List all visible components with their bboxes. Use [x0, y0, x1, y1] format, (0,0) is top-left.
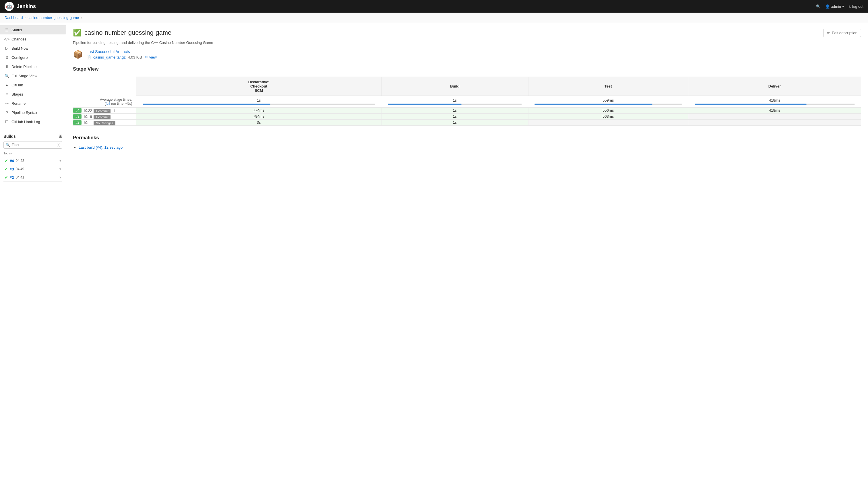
- build-3-build-cell[interactable]: 1s: [381, 113, 528, 119]
- build-2-badge[interactable]: #2: [73, 120, 82, 125]
- filter-search-icon: 🔍: [6, 143, 10, 147]
- col-header-checkout: Declarative:CheckoutSCM: [136, 77, 381, 96]
- build-2-status-icon: ✔: [5, 175, 8, 180]
- sidebar-label-stages: Stages: [11, 92, 23, 96]
- build-2-checkout-cell[interactable]: 3s: [136, 119, 381, 125]
- search-icon[interactable]: 🔍: [816, 4, 821, 9]
- artifact-view-link[interactable]: 👁 view: [144, 55, 157, 59]
- sidebar-label-build-now: Build Now: [11, 46, 28, 51]
- build-2-time: 04:41: [16, 175, 24, 179]
- build-3-chevron[interactable]: ▾: [59, 167, 61, 171]
- build-now-icon: ▷: [5, 46, 9, 51]
- top-nav: 🤖 Jenkins 🔍 👤 admin ▾ ⎋ log out: [0, 0, 868, 12]
- build-item-4[interactable]: ✔ #4 04:52 ▾: [3, 157, 62, 165]
- build-2-label-cell: #2 10:11 No Changes: [73, 119, 136, 125]
- build-row-4: #4 10:22 1 commit ℹ 774ms 1s 556ms 418ms: [73, 107, 861, 113]
- sidebar-item-status[interactable]: ☰ Status: [0, 25, 66, 34]
- build-3-deliver-cell: [688, 113, 861, 119]
- nav-actions: 🔍 👤 admin ▾ ⎋ log out: [816, 4, 863, 9]
- avg-deliver: 418ms: [688, 96, 861, 108]
- edit-description-button[interactable]: ✏ Edit description: [823, 29, 861, 37]
- stage-view-title: Stage View: [73, 66, 861, 72]
- breadcrumb-project[interactable]: casino-number-guessing-game: [28, 16, 79, 20]
- build-4-build-cell[interactable]: 1s: [381, 107, 528, 113]
- sidebar-item-github[interactable]: ● GitHub: [0, 80, 66, 90]
- build-4-chevron[interactable]: ▾: [59, 159, 61, 163]
- build-2-stage-time: 10:11: [83, 121, 92, 125]
- build-4-left: ✔ #4 04:52: [5, 158, 24, 163]
- builds-section: Builds ··· ⊞ 🔍 / Today ✔ #4 04:52 ▾: [0, 130, 66, 182]
- sidebar-label-pipeline-syntax: Pipeline Syntax: [11, 111, 37, 115]
- sidebar-label-github-hook: GitHub Hook Log: [11, 120, 40, 124]
- build-2-chevron[interactable]: ▾: [59, 175, 61, 179]
- sidebar-item-stages[interactable]: ≡ Stages: [0, 90, 66, 99]
- build-2-build-cell[interactable]: 1s: [381, 119, 528, 125]
- filter-input[interactable]: [3, 141, 62, 149]
- build-3-badge[interactable]: #3: [73, 114, 82, 119]
- build-3-test-cell[interactable]: 563ms: [528, 113, 688, 119]
- permalink-last-build[interactable]: Last build (#4), 12 sec ago: [79, 145, 122, 149]
- build-4-status-icon: ✔: [5, 158, 8, 163]
- sidebar-label-github: GitHub: [11, 83, 23, 87]
- sidebar-item-full-stage-view[interactable]: 🔍 Full Stage View: [0, 71, 66, 80]
- build-3-time: 04:49: [16, 167, 24, 171]
- build-3-stage-time: 10:19: [83, 115, 92, 119]
- build-3-label-cell: #3 10:19 1 commit: [73, 113, 136, 119]
- build-4-info-icon[interactable]: ℹ: [114, 108, 115, 113]
- edit-icon: ✏: [827, 31, 830, 35]
- page-description: Pipeline for building, testing, and deli…: [73, 40, 861, 45]
- breadcrumb-dashboard[interactable]: Dashboard: [5, 16, 23, 20]
- sidebar-item-build-now[interactable]: ▷ Build Now: [0, 44, 66, 53]
- avg-checkout-time: 1s: [140, 98, 377, 103]
- nav-title: Jenkins: [17, 3, 36, 9]
- build-4-label-inner: #4 10:22 1 commit ℹ: [73, 108, 136, 113]
- build-3-label-inner: #3 10:19 1 commit: [73, 114, 136, 119]
- github-icon: ●: [5, 83, 9, 87]
- builds-expand-icon[interactable]: ⊞: [59, 134, 62, 139]
- build-3-checkout-cell[interactable]: 794ms: [136, 113, 381, 119]
- sidebar-item-delete-pipeline[interactable]: 🗑 Delete Pipeline: [0, 62, 66, 71]
- avg-label-cell: Average stage times:(full run time: ~5s): [73, 96, 136, 108]
- github-hook-icon: ☐: [5, 119, 9, 124]
- col-header-build: Build: [381, 77, 528, 96]
- empty-header: [73, 77, 136, 96]
- file-icon: 📄: [86, 55, 91, 59]
- sidebar-label-status: Status: [11, 28, 22, 32]
- full-run-link[interactable]: full: [106, 102, 110, 106]
- breadcrumb-sep-1: ›: [25, 16, 26, 20]
- sidebar-item-pipeline-syntax[interactable]: ? Pipeline Syntax: [0, 108, 66, 117]
- artifacts-link[interactable]: Last Successful Artifacts: [86, 49, 130, 54]
- artifact-files: 📄 casino_game.tar.gz 4.03 KiB 👁 view: [86, 55, 157, 59]
- build-4-test-cell[interactable]: 556ms: [528, 107, 688, 113]
- build-4-label-cell: #4 10:22 1 commit ℹ: [73, 107, 136, 113]
- page-title: casino-number-guessing-game: [84, 29, 171, 36]
- page-header: ✅ casino-number-guessing-game ✏ Edit des…: [73, 29, 861, 37]
- build-item-2[interactable]: ✔ #2 04:41 ▾: [3, 173, 62, 182]
- nav-brand: 🤖 Jenkins: [5, 2, 36, 11]
- avg-test-fill: [534, 104, 653, 105]
- sidebar-label-delete: Delete Pipeline: [11, 64, 36, 69]
- avg-build-time: 1s: [385, 98, 524, 103]
- artifact-file-link[interactable]: casino_game.tar.gz: [93, 55, 126, 59]
- build-item-3[interactable]: ✔ #3 04:49 ▾: [3, 165, 62, 173]
- sidebar-item-rename[interactable]: ✏ Rename: [0, 99, 66, 108]
- permalink-item-1: Last build (#4), 12 sec ago: [79, 145, 861, 149]
- avg-deliver-time: 418ms: [692, 98, 857, 103]
- build-4-checkout-cell[interactable]: 774ms: [136, 107, 381, 113]
- build-4-commit-badge[interactable]: 1 commit: [93, 109, 111, 113]
- build-4-badge[interactable]: #4: [73, 108, 82, 113]
- build-3-commit-badge[interactable]: 1 commit: [93, 115, 111, 119]
- build-2-no-changes-badge[interactable]: No Changes: [93, 121, 115, 125]
- avg-checkout: 1s: [136, 96, 381, 108]
- sidebar-item-configure[interactable]: ⚙ Configure: [0, 53, 66, 62]
- sidebar-label-changes: Changes: [11, 37, 26, 41]
- build-3-num: #3: [10, 167, 14, 171]
- user-menu[interactable]: 👤 admin ▾: [825, 4, 844, 9]
- build-2-deliver-cell: [688, 119, 861, 125]
- sidebar-item-github-hook-log[interactable]: ☐ GitHub Hook Log: [0, 117, 66, 126]
- sidebar-item-changes[interactable]: </> Changes: [0, 34, 66, 44]
- builds-header-actions: ··· ⊞: [53, 134, 62, 139]
- builds-more-icon[interactable]: ···: [53, 134, 56, 139]
- build-4-deliver-cell[interactable]: 418ms: [688, 107, 861, 113]
- logout-button[interactable]: ⎋ log out: [849, 4, 863, 9]
